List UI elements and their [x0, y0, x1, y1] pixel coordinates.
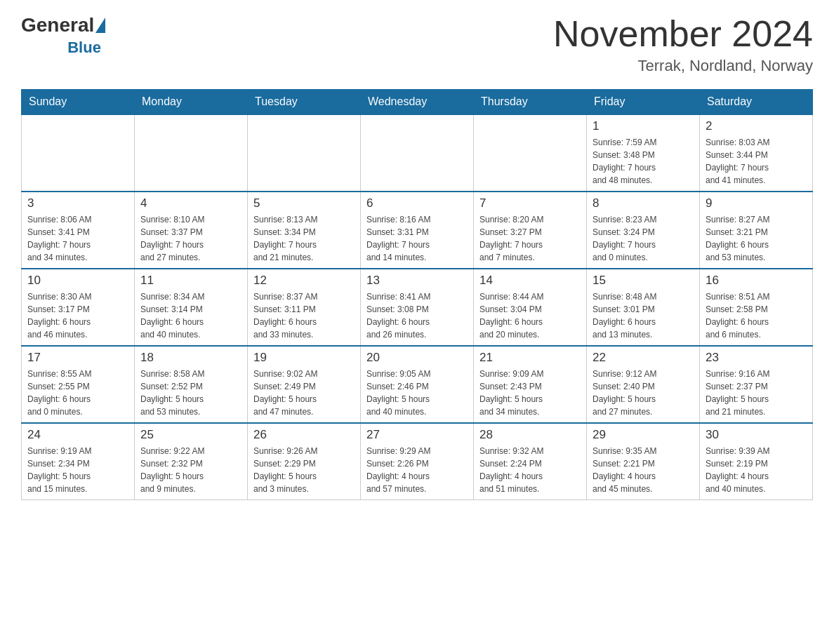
calendar-cell: 29Sunrise: 9:35 AM Sunset: 2:21 PM Dayli… [587, 423, 700, 500]
day-number: 21 [479, 351, 581, 365]
calendar-cell: 3Sunrise: 8:06 AM Sunset: 3:41 PM Daylig… [22, 192, 135, 269]
day-info: Sunrise: 9:32 AM Sunset: 2:24 PM Dayligh… [479, 445, 581, 495]
day-number: 29 [593, 428, 694, 442]
calendar-cell: 13Sunrise: 8:41 AM Sunset: 3:08 PM Dayli… [361, 269, 474, 346]
day-number: 10 [27, 274, 128, 288]
calendar-cell [248, 114, 361, 192]
logo-blue-text: Blue [67, 39, 101, 57]
day-number: 9 [706, 196, 807, 210]
calendar-cell: 15Sunrise: 8:48 AM Sunset: 3:01 PM Dayli… [587, 269, 700, 346]
day-number: 25 [140, 428, 241, 442]
week-row-2: 3Sunrise: 8:06 AM Sunset: 3:41 PM Daylig… [22, 192, 813, 269]
calendar-cell: 11Sunrise: 8:34 AM Sunset: 3:14 PM Dayli… [135, 269, 248, 346]
day-info: Sunrise: 8:23 AM Sunset: 3:24 PM Dayligh… [593, 213, 694, 264]
day-number: 22 [593, 351, 694, 365]
col-header-friday: Friday [587, 90, 700, 115]
logo-line2-spacer [21, 36, 65, 59]
calendar-cell: 20Sunrise: 9:05 AM Sunset: 2:46 PM Dayli… [361, 346, 474, 423]
day-number: 30 [706, 428, 807, 442]
calendar-cell: 30Sunrise: 9:39 AM Sunset: 2:19 PM Dayli… [700, 423, 813, 500]
day-info: Sunrise: 9:35 AM Sunset: 2:21 PM Dayligh… [593, 445, 694, 495]
day-info: Sunrise: 7:59 AM Sunset: 3:48 PM Dayligh… [593, 136, 694, 187]
calendar-cell: 22Sunrise: 9:12 AM Sunset: 2:40 PM Dayli… [587, 346, 700, 423]
logo-arrow-icon [95, 18, 105, 33]
day-number: 12 [253, 274, 355, 288]
logo: General Blue [21, 14, 105, 59]
col-header-wednesday: Wednesday [361, 90, 474, 115]
calendar-cell: 8Sunrise: 8:23 AM Sunset: 3:24 PM Daylig… [587, 192, 700, 269]
day-number: 8 [593, 196, 694, 210]
day-info: Sunrise: 8:16 AM Sunset: 3:31 PM Dayligh… [366, 213, 468, 264]
week-row-1: 1Sunrise: 7:59 AM Sunset: 3:48 PM Daylig… [22, 114, 813, 192]
day-info: Sunrise: 9:39 AM Sunset: 2:19 PM Dayligh… [706, 445, 807, 495]
day-number: 7 [479, 196, 581, 210]
col-header-saturday: Saturday [700, 90, 813, 115]
calendar-cell: 18Sunrise: 8:58 AM Sunset: 2:52 PM Dayli… [135, 346, 248, 423]
day-number: 15 [593, 274, 694, 288]
day-info: Sunrise: 8:58 AM Sunset: 2:52 PM Dayligh… [140, 368, 241, 418]
day-number: 11 [140, 274, 241, 288]
calendar-cell: 23Sunrise: 9:16 AM Sunset: 2:37 PM Dayli… [700, 346, 813, 423]
calendar-cell [474, 114, 587, 192]
day-info: Sunrise: 8:13 AM Sunset: 3:34 PM Dayligh… [253, 213, 355, 264]
day-info: Sunrise: 8:34 AM Sunset: 3:14 PM Dayligh… [140, 290, 241, 341]
month-title: November 2024 [553, 14, 813, 54]
day-number: 13 [366, 274, 468, 288]
day-info: Sunrise: 9:29 AM Sunset: 2:26 PM Dayligh… [366, 445, 468, 495]
day-number: 1 [593, 119, 694, 133]
location-text: Terrak, Nordland, Norway [553, 57, 813, 75]
day-number: 14 [479, 274, 581, 288]
day-number: 17 [27, 351, 128, 365]
day-number: 19 [253, 351, 355, 365]
day-number: 26 [253, 428, 355, 442]
day-number: 4 [140, 196, 241, 210]
calendar-cell: 25Sunrise: 9:22 AM Sunset: 2:32 PM Dayli… [135, 423, 248, 500]
title-area: November 2024 Terrak, Nordland, Norway [553, 14, 813, 75]
day-info: Sunrise: 8:10 AM Sunset: 3:37 PM Dayligh… [140, 213, 241, 264]
calendar-header-row: SundayMondayTuesdayWednesdayThursdayFrid… [22, 90, 813, 115]
calendar-cell: 28Sunrise: 9:32 AM Sunset: 2:24 PM Dayli… [474, 423, 587, 500]
calendar-cell: 7Sunrise: 8:20 AM Sunset: 3:27 PM Daylig… [474, 192, 587, 269]
logo-general-text: General [21, 14, 94, 36]
calendar-cell: 5Sunrise: 8:13 AM Sunset: 3:34 PM Daylig… [248, 192, 361, 269]
week-row-5: 24Sunrise: 9:19 AM Sunset: 2:34 PM Dayli… [22, 423, 813, 500]
day-info: Sunrise: 9:02 AM Sunset: 2:49 PM Dayligh… [253, 368, 355, 418]
day-number: 20 [366, 351, 468, 365]
day-number: 5 [253, 196, 355, 210]
day-info: Sunrise: 8:27 AM Sunset: 3:21 PM Dayligh… [706, 213, 807, 264]
calendar-cell [135, 114, 248, 192]
calendar-cell: 14Sunrise: 8:44 AM Sunset: 3:04 PM Dayli… [474, 269, 587, 346]
calendar-table: SundayMondayTuesdayWednesdayThursdayFrid… [21, 89, 813, 500]
day-number: 27 [366, 428, 468, 442]
day-info: Sunrise: 8:48 AM Sunset: 3:01 PM Dayligh… [593, 290, 694, 341]
calendar-cell: 19Sunrise: 9:02 AM Sunset: 2:49 PM Dayli… [248, 346, 361, 423]
col-header-sunday: Sunday [22, 90, 135, 115]
calendar-cell: 10Sunrise: 8:30 AM Sunset: 3:17 PM Dayli… [22, 269, 135, 346]
calendar-cell: 24Sunrise: 9:19 AM Sunset: 2:34 PM Dayli… [22, 423, 135, 500]
day-number: 23 [706, 351, 807, 365]
col-header-thursday: Thursday [474, 90, 587, 115]
col-header-monday: Monday [135, 90, 248, 115]
calendar-cell: 21Sunrise: 9:09 AM Sunset: 2:43 PM Dayli… [474, 346, 587, 423]
calendar-cell: 12Sunrise: 8:37 AM Sunset: 3:11 PM Dayli… [248, 269, 361, 346]
calendar-cell [22, 114, 135, 192]
day-info: Sunrise: 8:44 AM Sunset: 3:04 PM Dayligh… [479, 290, 581, 341]
day-number: 18 [140, 351, 241, 365]
calendar-cell: 1Sunrise: 7:59 AM Sunset: 3:48 PM Daylig… [587, 114, 700, 192]
day-info: Sunrise: 9:12 AM Sunset: 2:40 PM Dayligh… [593, 368, 694, 418]
calendar-cell: 4Sunrise: 8:10 AM Sunset: 3:37 PM Daylig… [135, 192, 248, 269]
day-info: Sunrise: 9:09 AM Sunset: 2:43 PM Dayligh… [479, 368, 581, 418]
calendar-cell: 6Sunrise: 8:16 AM Sunset: 3:31 PM Daylig… [361, 192, 474, 269]
week-row-4: 17Sunrise: 8:55 AM Sunset: 2:55 PM Dayli… [22, 346, 813, 423]
day-number: 28 [479, 428, 581, 442]
calendar-cell: 27Sunrise: 9:29 AM Sunset: 2:26 PM Dayli… [361, 423, 474, 500]
day-number: 24 [27, 428, 128, 442]
day-info: Sunrise: 8:06 AM Sunset: 3:41 PM Dayligh… [27, 213, 128, 264]
day-info: Sunrise: 9:26 AM Sunset: 2:29 PM Dayligh… [253, 445, 355, 495]
day-info: Sunrise: 8:30 AM Sunset: 3:17 PM Dayligh… [27, 290, 128, 341]
page-header: General Blue November 2024 Terrak, Nordl… [21, 14, 813, 75]
day-info: Sunrise: 8:20 AM Sunset: 3:27 PM Dayligh… [479, 213, 581, 264]
calendar-cell [361, 114, 474, 192]
week-row-3: 10Sunrise: 8:30 AM Sunset: 3:17 PM Dayli… [22, 269, 813, 346]
day-info: Sunrise: 9:16 AM Sunset: 2:37 PM Dayligh… [706, 368, 807, 418]
